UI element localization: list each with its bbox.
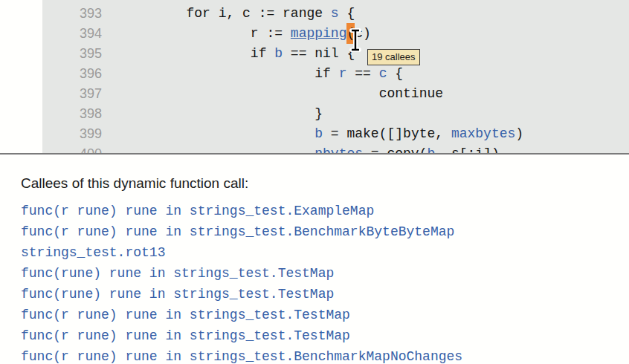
line-number: 396: [42, 64, 102, 84]
code-line: 397 continue: [42, 84, 629, 104]
code-line: 393 for i, c := range s {: [42, 4, 629, 24]
code-token: if: [314, 66, 338, 81]
code-line: 396 if r == c {: [42, 64, 629, 84]
line-number: 398: [42, 104, 102, 124]
code-token: ): [515, 126, 523, 141]
identifier-link[interactable]: maxbytes: [451, 126, 515, 141]
results-panel: Callees of this dynamic function call: f…: [0, 155, 629, 364]
identifier-link[interactable]: mapping: [291, 26, 347, 41]
callee-item[interactable]: func(r rune) rune in strings_test.Benchm…: [21, 346, 629, 364]
callee-item[interactable]: func(rune) rune in strings_test.TestMap: [21, 284, 629, 305]
code-line: 394 r := mapping(c): [42, 24, 629, 44]
callees-tooltip: 19 callees: [367, 49, 420, 65]
callee-item[interactable]: func(r rune) rune in strings_test.TestMa…: [21, 305, 629, 325]
callee-item[interactable]: func(rune) rune in strings_test.TestMap: [21, 263, 629, 284]
code-token: continue: [379, 86, 443, 101]
code-lines: 393 for i, c := range s {394 r := mappin…: [42, 4, 629, 153]
code-text: nbytes = copy(b, s[:i]): [122, 144, 500, 153]
line-number: 397: [42, 84, 102, 104]
callee-list: func(r rune) rune in strings_test.Exampl…: [21, 201, 629, 364]
code-token: = copy(: [363, 146, 427, 153]
code-text: if r == c {: [122, 64, 403, 84]
code-text: for i, c := range s {: [122, 4, 355, 24]
code-token: = make([]byte,: [323, 126, 451, 141]
code-token: , s[:i]): [435, 146, 499, 153]
identifier-link[interactable]: r: [339, 66, 347, 81]
code-token: == nil {: [283, 46, 355, 61]
code-token: {: [387, 66, 404, 81]
code-line: 399 b = make([]byte, maxbytes): [42, 124, 629, 144]
code-viewer: 393 for i, c := range s {394 r := mappin…: [0, 0, 629, 153]
identifier-link[interactable]: b: [427, 146, 435, 153]
identifier-link[interactable]: b: [274, 46, 283, 61]
ibeam-cursor-icon: [348, 28, 363, 52]
identifier-link[interactable]: nbytes: [314, 146, 363, 153]
code-text: continue: [122, 84, 443, 104]
callee-item[interactable]: strings_test.rot13: [21, 242, 629, 263]
line-number: 393: [42, 4, 102, 24]
results-heading: Callees of this dynamic function call:: [21, 175, 629, 192]
line-number: 395: [42, 44, 102, 64]
code-token: r :=: [251, 26, 291, 41]
code-text: b = make([]byte, maxbytes): [122, 124, 523, 144]
code-token: for i, c := range: [186, 6, 330, 21]
code-text: if b == nil {: [122, 44, 355, 64]
code-text: r := mapping(c): [122, 24, 371, 44]
code-token: if: [251, 46, 274, 61]
code-token: ==: [346, 66, 378, 81]
line-number: 400: [42, 144, 102, 153]
line-number: 394: [42, 24, 102, 44]
identifier-link[interactable]: s: [331, 6, 339, 21]
identifier-link[interactable]: b: [314, 126, 323, 141]
code-token: }: [314, 106, 323, 121]
code-token: {: [339, 6, 355, 21]
callee-item[interactable]: func(r rune) rune in strings_test.Exampl…: [21, 201, 629, 221]
code-line: 398 }: [42, 104, 629, 124]
identifier-link[interactable]: c: [379, 66, 387, 81]
callee-item[interactable]: func(r rune) rune in strings_test.Benchm…: [21, 221, 629, 242]
code-line: 395 if b == nil {: [42, 44, 629, 64]
code-area[interactable]: 393 for i, c := range s {394 r := mappin…: [42, 0, 629, 153]
code-text: }: [122, 104, 323, 124]
line-number: 399: [42, 124, 102, 144]
code-line: 400 nbytes = copy(b, s[:i]): [42, 144, 629, 153]
callee-item[interactable]: func(r rune) rune in strings_test.TestMa…: [21, 325, 629, 346]
